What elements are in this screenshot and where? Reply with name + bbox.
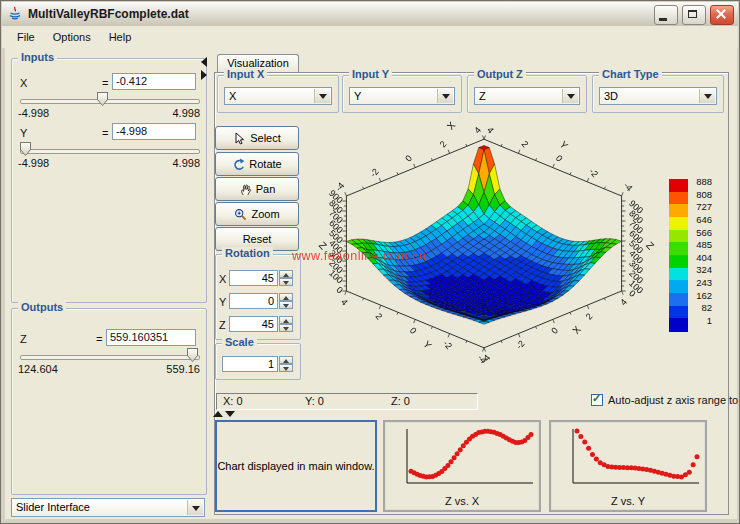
minimize-icon[interactable] [654,5,678,25]
menu-help[interactable]: Help [100,28,141,46]
legend-band [669,268,688,281]
input-x-equals: = [102,77,108,89]
app-window: MultiValleyRBFcomplete.dat File Options … [0,0,740,524]
thumbnail-main-chart[interactable]: Chart displayed in main window. [215,420,377,512]
java-cup-icon [7,6,23,22]
output-z-selector-title: Output Z [474,68,526,80]
content-area: Inputs X = -0.412 -4.998 4.998 Y = -4.99… [5,48,737,519]
title-bar[interactable]: MultiValleyRBFcomplete.dat [2,2,738,27]
rotation-x-label: X [219,273,226,285]
output-z-selector[interactable]: Z [474,87,580,105]
menu-file[interactable]: File [8,28,44,46]
output-z-label: Z [20,333,27,345]
spin-up-icon[interactable] [279,316,293,324]
pan-button[interactable]: Pan [215,177,299,201]
spin-up-icon[interactable] [279,293,293,301]
close-icon[interactable] [710,5,734,25]
output-z-equals: = [96,333,102,345]
thumbnail-z-vs-x[interactable]: Z vs. X [383,420,541,512]
select-button-label: Select [250,132,281,144]
maximize-icon[interactable] [682,5,706,25]
input-y-slider-track[interactable] [20,149,200,154]
interface-selector[interactable]: Slider Interface [11,498,205,517]
inputs-group: Inputs X = -0.412 -4.998 4.998 Y = -4.99… [11,58,207,303]
menu-bar: File Options Help [2,26,738,49]
rotate-button[interactable]: Rotate [215,152,299,176]
output-z-min: 124.604 [18,363,58,375]
input-x-selector-value: X [229,90,236,102]
pan-button-label: Pan [256,183,276,195]
legend-band [669,179,688,192]
input-x-min: -4.998 [18,107,49,119]
splitter-collapse-left-icon[interactable] [201,57,207,67]
scale-field[interactable]: 1 [222,356,278,372]
z-vs-x-mini-chart [387,423,537,493]
input-x-label: X [20,77,27,89]
inputs-group-title: Inputs [18,51,57,63]
input-y-max: 4.998 [172,157,200,169]
splitter-collapse-up-icon[interactable] [213,411,223,417]
legend-band [669,280,688,293]
splitter-collapse-down-icon[interactable] [225,411,235,417]
spin-down-icon[interactable] [279,278,293,286]
spin-up-icon[interactable] [279,270,293,278]
select-button[interactable]: Select [215,126,299,150]
spin-down-icon[interactable] [279,364,293,372]
zoom-button[interactable]: Zoom [215,202,299,226]
color-legend: 888808727646566485404324243162821 [669,179,713,339]
legend-band [669,217,688,230]
input-x-slider-track[interactable] [20,99,200,104]
chevron-down-icon[interactable] [562,89,578,103]
input-y-selector[interactable]: Y [349,87,455,105]
cursor-icon [233,132,246,145]
rotation-y-field[interactable]: 0 [229,293,278,309]
spin-up-icon[interactable] [279,356,293,364]
splitter-collapse-right-icon[interactable] [201,70,207,80]
outputs-group-title: Outputs [18,301,66,313]
legend-label: 727 [690,201,712,212]
legend-label: 324 [690,264,712,275]
rotation-z-label: Z [219,319,226,331]
legend-band [669,293,688,306]
legend-band [669,318,688,331]
z-vs-y-caption: Z vs. Y [551,495,705,507]
chart-type-selector-title: Chart Type [599,68,662,80]
legend-label: 162 [690,290,712,301]
status-z: Z: 0 [391,395,410,407]
output-z-selector-value: Z [479,90,486,102]
legend-label: 404 [690,252,712,263]
chevron-down-icon[interactable] [314,89,330,103]
input-x-max: 4.998 [172,107,200,119]
rotation-z-field[interactable]: 45 [229,316,278,332]
z-vs-y-mini-chart [553,423,703,493]
spin-down-icon[interactable] [279,324,293,332]
auto-adjust-checkbox[interactable]: ✓ [591,394,603,406]
status-x: X: 0 [223,395,243,407]
rotation-x-field[interactable]: 45 [229,270,278,286]
legend-band [669,230,688,243]
output-z-slider-track[interactable] [20,355,200,360]
coordinate-readout: X: 0 Y: 0 Z: 0 [216,393,478,410]
legend-label: 243 [690,277,712,288]
input-x-value-field[interactable]: -0.412 [112,73,196,90]
check-icon: ✓ [592,392,601,405]
window-title: MultiValleyRBFcomplete.dat [28,7,189,21]
legend-band [669,255,688,268]
input-x-selector[interactable]: X [224,87,332,105]
input-y-label: Y [20,127,27,139]
chart-type-selector[interactable]: 3D [599,87,717,105]
watermark: www.feaonline.com.cn [292,249,426,263]
chevron-down-icon[interactable] [187,500,203,515]
output-z-value-field[interactable]: 559.160351 [106,329,196,346]
legend-label: 82 [690,302,712,313]
hand-icon [239,183,252,196]
legend-label: 646 [690,214,712,225]
input-y-value-field[interactable]: -4.998 [112,123,196,140]
input-y-selector-title: Input Y [349,68,392,80]
chevron-down-icon[interactable] [437,89,453,103]
chevron-down-icon[interactable] [699,89,715,103]
spin-down-icon[interactable] [279,301,293,309]
menu-options[interactable]: Options [44,28,100,46]
reset-button-label: Reset [243,233,272,245]
thumbnail-z-vs-y[interactable]: Z vs. Y [549,420,707,512]
